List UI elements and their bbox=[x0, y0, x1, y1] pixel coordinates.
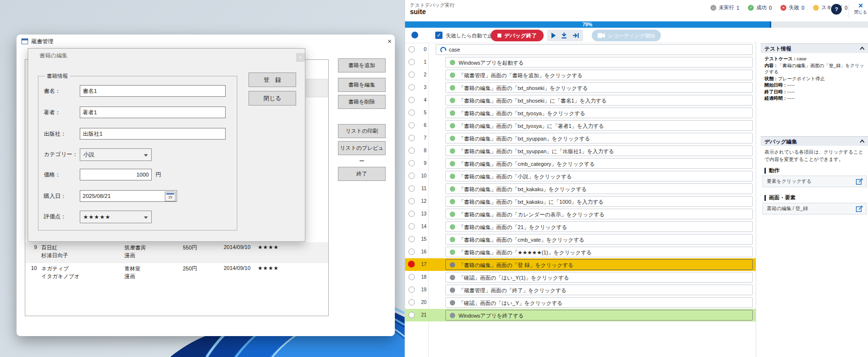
chevron-up-icon[interactable] bbox=[860, 140, 865, 143]
window-close-button[interactable]: × bbox=[385, 37, 394, 46]
edit-book-button[interactable]: 書籍を編集 bbox=[338, 78, 386, 92]
edit-icon[interactable] bbox=[856, 178, 863, 185]
step-row[interactable]: 17 「書籍の編集」画面の「登 録」をクリックする bbox=[405, 258, 756, 271]
step-row[interactable]: 2 「蔵書管理」画面の「書籍を追加」をクリックする bbox=[405, 69, 756, 81]
step-row[interactable]: 13 「書籍の編集」画面の「カレンダーの表示」をクリックする bbox=[405, 208, 756, 220]
step-box[interactable]: 「書籍の編集」画面の「登 録」をクリックする bbox=[445, 259, 753, 270]
debug-edit-header[interactable]: デバッグ編集 bbox=[761, 136, 868, 146]
step-row[interactable]: 6 「書籍の編集」画面の「txt_tyosya」に「著者1」を入力する bbox=[405, 119, 756, 132]
step-radio[interactable] bbox=[408, 135, 415, 141]
step-box[interactable]: Windowsアプリを終了する bbox=[445, 310, 753, 321]
step-radio[interactable] bbox=[408, 122, 415, 128]
step-radio[interactable] bbox=[408, 249, 415, 255]
step-box[interactable]: case bbox=[436, 44, 753, 55]
step-row[interactable]: 1 Windowsアプリを起動する bbox=[405, 56, 756, 69]
step-box[interactable]: 「書籍の編集」画面の「txt_kakaku」に「1000」を入力する bbox=[445, 196, 753, 207]
step-box[interactable]: 「書籍の編集」画面の「カレンダーの表示」をクリックする bbox=[445, 209, 753, 219]
edit-icon[interactable] bbox=[856, 205, 863, 213]
step-row[interactable]: 18 「確認」画面の「はい_Y(1)」をクリックする bbox=[405, 271, 756, 284]
step-radio[interactable] bbox=[408, 198, 415, 204]
dialog-close-button[interactable]: × bbox=[296, 53, 305, 62]
step-box[interactable]: 「書籍の編集」画面の「小説」をクリックする bbox=[445, 171, 753, 181]
step-box[interactable]: 「蔵書管理」画面の「書籍を追加」をクリックする bbox=[445, 70, 753, 80]
step-box[interactable]: 「書籍の編集」画面の「21」をクリックする bbox=[445, 221, 753, 232]
panel-close-button[interactable]: × 閉じる bbox=[853, 2, 868, 16]
step-row[interactable]: 12 「書籍の編集」画面の「txt_kakaku」に「1000」を入力する bbox=[405, 195, 756, 208]
price-input[interactable] bbox=[80, 169, 152, 180]
step-box[interactable]: 「書籍の編集」画面の「txt_syuppan」に「出版社1」を入力する bbox=[445, 145, 753, 156]
register-button[interactable]: 登 録 bbox=[248, 72, 296, 87]
step-radio[interactable] bbox=[408, 173, 415, 179]
end-debug-button[interactable]: デバッグ終了 bbox=[491, 30, 544, 41]
step-row[interactable]: 19 「蔵書管理」画面の「終了」をクリックする bbox=[405, 284, 756, 296]
stop-on-fail-checkbox[interactable]: ✓ bbox=[435, 32, 443, 39]
step-radio[interactable] bbox=[408, 286, 415, 293]
step-row[interactable]: 21 Windowsアプリを終了する bbox=[405, 309, 756, 321]
step-radio[interactable] bbox=[408, 211, 415, 217]
step-radio[interactable] bbox=[408, 223, 415, 230]
target-field[interactable]: 書籍の編集 / 登_録 bbox=[762, 203, 867, 214]
step-box[interactable]: 「書籍の編集」画面の「txt_tyosya」に「著者1」を入力する bbox=[445, 120, 753, 131]
step-box[interactable]: 「書籍の編集」画面の「txt_shoseki」に「書名1」を入力する bbox=[445, 95, 753, 106]
table-row[interactable]: 9 百日紅 杉浦日向子 筑摩書房 漫画 550円 2014/09/10 ★★★★ bbox=[25, 242, 328, 263]
print-list-button[interactable]: リストの印刷 bbox=[338, 124, 386, 138]
step-radio[interactable] bbox=[408, 46, 415, 53]
step-radio[interactable] bbox=[408, 147, 415, 154]
step-box[interactable]: 「確認」画面の「はい_Y」をクリックする bbox=[445, 297, 753, 308]
delete-book-button[interactable]: 書籍を削除 bbox=[338, 95, 386, 109]
dialog-close-action-button[interactable]: 閉じる bbox=[248, 91, 296, 106]
step-row[interactable]: 3 「書籍の編集」画面の「txt_shoseki」をクリックする bbox=[405, 81, 756, 94]
book-title-input[interactable] bbox=[80, 85, 226, 97]
step-box[interactable]: 「書籍の編集」画面の「txt_kakaku」をクリックする bbox=[445, 183, 753, 194]
author-input[interactable] bbox=[80, 107, 226, 118]
step-row[interactable]: 10 「書籍の編集」画面の「小説」をクリックする bbox=[405, 170, 756, 182]
step-box[interactable]: 「書籍の編集」画面の「txt_shoseki」をクリックする bbox=[445, 82, 753, 93]
step-box[interactable]: 「書籍の編集」画面の「★★★★★(1)」をクリックする bbox=[445, 247, 753, 257]
continue-icon[interactable] bbox=[551, 33, 556, 38]
step-radio[interactable] bbox=[408, 160, 415, 166]
step-row[interactable]: 4 「書籍の編集」画面の「txt_shoseki」に「書名1」を入力する bbox=[405, 94, 756, 107]
publisher-input[interactable] bbox=[80, 128, 226, 140]
step-radio[interactable] bbox=[408, 274, 415, 280]
step-box[interactable]: Windowsアプリを起動する bbox=[445, 57, 753, 68]
help-icon[interactable]: ? bbox=[831, 4, 842, 15]
step-radio[interactable] bbox=[408, 185, 415, 192]
purchase-date-input[interactable] bbox=[80, 190, 177, 202]
step-box[interactable]: 「確認」画面の「はい_Y(1)」をクリックする bbox=[445, 272, 753, 283]
step-radio[interactable] bbox=[408, 97, 415, 103]
run-to-end-icon[interactable] bbox=[572, 32, 579, 39]
step-box[interactable]: 「書籍の編集」画面の「txt_syuppan」をクリックする bbox=[445, 133, 753, 143]
test-info-header[interactable]: テスト情報 bbox=[761, 43, 868, 53]
step-radio[interactable] bbox=[408, 299, 415, 305]
step-row[interactable]: 0 case bbox=[405, 43, 756, 56]
step-radio[interactable] bbox=[408, 59, 415, 65]
chevron-up-icon[interactable] bbox=[860, 47, 865, 50]
step-row[interactable]: 9 「書籍の編集」画面の「cmb_category」をクリックする bbox=[405, 157, 756, 170]
start-recording-button[interactable]: レコーディング開始 bbox=[592, 30, 661, 41]
step-radio[interactable] bbox=[408, 84, 415, 90]
step-row[interactable]: 7 「書籍の編集」画面の「txt_syuppan」をクリックする bbox=[405, 132, 756, 144]
action-field[interactable]: 要素をクリックする bbox=[762, 176, 867, 187]
rating-dropdown[interactable]: ★★★★★ bbox=[80, 211, 152, 223]
exit-button[interactable]: 終了 bbox=[338, 167, 386, 181]
step-row[interactable]: 8 「書籍の編集」画面の「txt_syuppan」に「出版社1」を入力する bbox=[405, 144, 756, 157]
step-row[interactable]: 16 「書籍の編集」画面の「★★★★★(1)」をクリックする bbox=[405, 246, 756, 258]
breakpoint-icon[interactable] bbox=[408, 261, 415, 268]
step-radio[interactable] bbox=[408, 236, 415, 242]
step-row[interactable]: 15 「書籍の編集」画面の「cmb_vate」をクリックする bbox=[405, 233, 756, 246]
step-row[interactable]: 11 「書籍の編集」画面の「txt_kakaku」をクリックする bbox=[405, 182, 756, 195]
step-box[interactable]: 「書籍の編集」画面の「txt_tyosya」をクリックする bbox=[445, 107, 753, 118]
step-radio[interactable] bbox=[408, 109, 415, 116]
category-dropdown[interactable]: 小説 bbox=[80, 148, 152, 161]
step-radio[interactable] bbox=[408, 312, 415, 318]
step-row[interactable]: 5 「書籍の編集」画面の「txt_tyosya」をクリックする bbox=[405, 107, 756, 119]
add-book-button[interactable]: 書籍を追加 bbox=[338, 58, 386, 72]
step-row[interactable]: 20 「確認」画面の「はい_Y」をクリックする bbox=[405, 296, 756, 309]
step-box[interactable]: 「書籍の編集」画面の「cmb_vate」をクリックする bbox=[445, 234, 753, 245]
step-into-icon[interactable] bbox=[561, 32, 567, 39]
step-box[interactable]: 「書籍の編集」画面の「cmb_category」をクリックする bbox=[445, 158, 753, 169]
table-row[interactable]: 10 ネガティブ イタガキノブオ 青林堂 漫画 250円 2014/09/10 … bbox=[25, 263, 328, 284]
preview-list-button[interactable]: リストのプレビュー bbox=[338, 141, 386, 155]
step-row[interactable]: 14 「書籍の編集」画面の「21」をクリックする bbox=[405, 220, 756, 233]
step-box[interactable]: 「蔵書管理」画面の「終了」をクリックする bbox=[445, 285, 753, 295]
